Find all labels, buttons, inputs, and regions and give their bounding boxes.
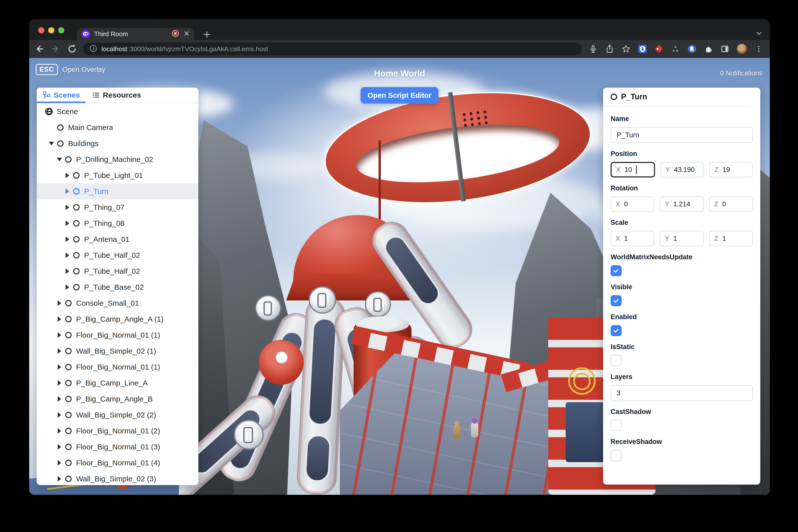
expand-arrow-right-icon[interactable]	[55, 428, 64, 434]
expand-arrow-right-icon[interactable]	[55, 380, 64, 386]
receiveshadow-checkbox[interactable]	[611, 450, 622, 461]
tab-resources[interactable]: Resources	[86, 88, 147, 102]
layers-input[interactable]: 3	[611, 385, 753, 401]
tree-item-p-tube-light-01[interactable]: P_Tube_Light_01	[37, 167, 198, 184]
expand-arrow-right-icon[interactable]	[63, 189, 72, 194]
tree-item-console-small-01[interactable]: Console_Small_01	[37, 295, 198, 311]
extensions-puzzle-icon[interactable]	[703, 44, 714, 54]
expand-arrow-right-icon[interactable]	[55, 444, 64, 450]
tree-item-floor-big-normal-01-1-[interactable]: Floor_Big_Normal_01 (1)	[37, 327, 198, 343]
tree-item-label: P_Big_Camp_Angle_B	[76, 395, 153, 403]
bookmark-star-icon[interactable]	[621, 44, 631, 54]
scene-tree: SceneMain CameraBuildingsP_Drilling_Mach…	[37, 103, 198, 485]
expand-arrow-right-icon[interactable]	[55, 476, 64, 481]
macos-zoom-button[interactable]	[58, 27, 64, 34]
castshadow-checkbox[interactable]	[611, 420, 622, 431]
worldmatrixneedsupdate-checkbox[interactable]	[611, 265, 622, 276]
receiveshadow-label: ReceiveShadow	[611, 438, 753, 446]
menu-dots-icon[interactable]	[754, 44, 764, 54]
reload-button[interactable]	[65, 42, 79, 55]
tree-item-p-big-camp-line-a[interactable]: P_Big_Camp_Line_A	[37, 375, 198, 391]
expand-arrow-right-icon[interactable]	[63, 205, 72, 210]
back-button[interactable]	[33, 42, 46, 55]
tree-item-scene[interactable]: Scene	[37, 103, 198, 119]
expand-arrow-right-icon[interactable]	[63, 173, 72, 178]
open-script-editor-button[interactable]: Open Script Editor	[361, 87, 438, 103]
tree-item-label: P_Thing_08	[84, 219, 125, 228]
scale-z-input[interactable]: Z1	[709, 231, 753, 246]
isstatic-checkbox[interactable]	[611, 355, 622, 366]
tree-item-p-thing-08[interactable]: P_Thing_08	[37, 215, 198, 231]
tree-item-p-drilling-machine-02[interactable]: P_Drilling_Machine_02	[37, 151, 198, 167]
new-tab-button[interactable]	[202, 29, 212, 40]
recycle-extension-icon[interactable]	[670, 44, 681, 54]
url-bar[interactable]: localhost :3000/world/!vjrzmTVOcyIsLgaAk…	[83, 43, 582, 55]
tree-item-wall-big-simple-02-2-[interactable]: Wall_Big_Simple_02 (2)	[37, 407, 198, 423]
expand-arrow-right-icon[interactable]	[55, 396, 64, 402]
tree-item-p-thing-07[interactable]: P_Thing_07	[37, 200, 198, 215]
forward-button[interactable]	[49, 42, 62, 55]
rotation-x-input[interactable]: X0	[611, 196, 654, 212]
position-y-input[interactable]: Y43.190	[661, 162, 704, 177]
red-extension-icon[interactable]	[654, 44, 664, 54]
tree-item-buildings[interactable]: Buildings	[37, 135, 198, 151]
tab-scenes[interactable]: Scenes	[37, 88, 86, 102]
world-3d-viewport[interactable]: ESC Open Overlay Home World 0 Notificati…	[29, 58, 770, 495]
tab-search-chevron-icon[interactable]	[755, 29, 763, 38]
position-x-input[interactable]: X10	[611, 162, 655, 177]
expand-arrow-right-icon[interactable]	[55, 317, 64, 322]
expand-arrow-down-icon[interactable]	[55, 158, 64, 161]
tree-item-p-turn[interactable]: P_Turn	[37, 184, 198, 200]
tree-item-label: P_Thing_07	[84, 203, 125, 212]
expand-arrow-right-icon[interactable]	[55, 300, 64, 306]
tree-item-floor-big-normal-01-1-[interactable]: Floor_Big_Normal_01 (1)	[37, 359, 198, 375]
visible-label: Visible	[611, 283, 753, 291]
sidebar-toggle-icon[interactable]	[720, 44, 730, 54]
expand-arrow-right-icon[interactable]	[63, 268, 72, 274]
expand-arrow-right-icon[interactable]	[63, 236, 72, 242]
tree-item-p-tube-half-02[interactable]: P_Tube_Half_02	[37, 263, 198, 279]
entity-circle-icon	[65, 428, 72, 434]
expand-arrow-right-icon[interactable]	[55, 364, 64, 370]
tree-item-wall-big-simple-02-1-[interactable]: Wall_Big_Simple_02 (1)	[37, 343, 198, 359]
tree-item-p-tube-half-02[interactable]: P_Tube_Half_02	[37, 247, 198, 263]
expand-arrow-down-icon[interactable]	[47, 142, 56, 145]
expand-arrow-right-icon[interactable]	[63, 252, 72, 258]
tree-item-wall-big-simple-02-3-[interactable]: Wall_Big_Simple_02 (3)	[37, 471, 198, 485]
site-info-icon[interactable]	[89, 44, 98, 54]
expand-arrow-right-icon[interactable]	[63, 284, 72, 290]
tree-item-p-big-camp-angle-a-1-[interactable]: P_Big_Camp_Angle_A (1)	[37, 311, 198, 327]
tree-item-floor-big-normal-01-2-[interactable]: Floor_Big_Normal_01 (2)	[37, 423, 198, 439]
expand-arrow-right-icon[interactable]	[55, 348, 64, 354]
tree-item-p-big-camp-angle-b[interactable]: P_Big_Camp_Angle_B	[37, 391, 198, 407]
profile-avatar[interactable]	[736, 43, 747, 54]
tab-close-icon[interactable]	[184, 30, 190, 38]
notifications-counter[interactable]: 0 Notifications	[720, 69, 762, 77]
share-icon[interactable]	[605, 44, 614, 54]
tree-item-p-antena-01[interactable]: P_Antena_01	[37, 231, 198, 247]
macos-close-button[interactable]	[38, 27, 44, 34]
microphone-icon[interactable]	[588, 44, 598, 54]
tree-item-floor-big-normal-01-4-[interactable]: Floor_Big_Normal_01 (4)	[37, 455, 198, 471]
macos-minimize-button[interactable]	[48, 27, 54, 34]
rotation-y-input[interactable]: Y1.214	[660, 196, 703, 212]
expand-arrow-right-icon[interactable]	[55, 460, 64, 466]
scale-x-input[interactable]: X1	[611, 231, 654, 246]
shield-extension-icon[interactable]	[638, 44, 648, 54]
expand-arrow-right-icon[interactable]	[63, 221, 72, 226]
expand-arrow-right-icon[interactable]	[55, 332, 64, 338]
tree-item-main-camera[interactable]: Main Camera	[37, 119, 198, 135]
rotation-z-input[interactable]: Z0	[709, 196, 753, 212]
axis-prefix: Z	[715, 166, 719, 174]
visible-checkbox[interactable]	[611, 295, 622, 306]
scale-y-input[interactable]: Y1	[660, 231, 703, 246]
name-input[interactable]: P_Turn	[611, 127, 753, 143]
tree-item-floor-big-normal-01-3-[interactable]: Floor_Big_Normal_01 (3)	[37, 439, 198, 455]
position-z-input[interactable]: Z19	[709, 162, 753, 177]
notes-extension-icon[interactable]	[687, 44, 697, 54]
expand-arrow-right-icon[interactable]	[55, 412, 64, 418]
tree-item-p-tube-base-02[interactable]: P_Tube_Base_02	[37, 279, 198, 295]
enabled-checkbox[interactable]	[611, 325, 622, 336]
entity-circle-icon	[57, 140, 64, 147]
browser-tab[interactable]: Third Room	[77, 28, 194, 40]
